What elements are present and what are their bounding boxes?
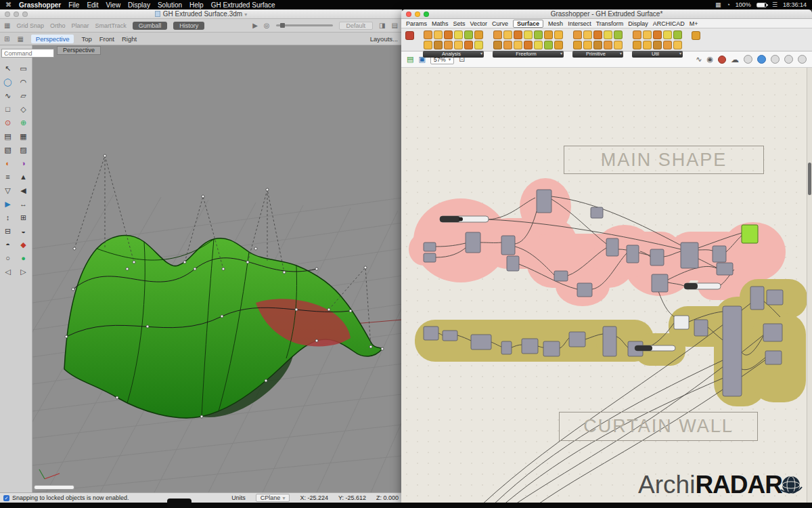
tab-params[interactable]: Params bbox=[406, 20, 427, 27]
horizontal-scrollbar[interactable] bbox=[34, 485, 74, 490]
component-icon[interactable] bbox=[474, 30, 483, 39]
toggle-planar[interactable]: Planar bbox=[72, 22, 89, 29]
display-mode-custom-button[interactable] bbox=[784, 55, 793, 64]
preview-eye-icon[interactable]: ◉ bbox=[706, 55, 713, 64]
tool-icon[interactable]: ◇ bbox=[16, 102, 31, 116]
component-icon[interactable] bbox=[524, 30, 533, 39]
zoom-button[interactable] bbox=[22, 12, 28, 17]
component-icon[interactable] bbox=[633, 30, 641, 39]
menu-file[interactable]: File bbox=[68, 1, 79, 9]
component-icon[interactable] bbox=[653, 41, 662, 49]
tool-icon[interactable]: ▱ bbox=[16, 89, 31, 102]
menu-solution[interactable]: Solution bbox=[158, 1, 182, 9]
component-icon[interactable] bbox=[454, 30, 463, 39]
display-mode-shaded-button[interactable] bbox=[757, 55, 766, 64]
component-icon[interactable] bbox=[673, 30, 682, 39]
wifi-icon[interactable]: ☰ bbox=[772, 1, 777, 8]
viewport-single-icon[interactable]: ▦ bbox=[17, 35, 23, 43]
tab-sets[interactable]: Sets bbox=[453, 20, 466, 27]
node-group-main-shape[interactable] bbox=[409, 178, 786, 306]
component-icon[interactable] bbox=[464, 41, 473, 49]
component-icon[interactable] bbox=[583, 30, 592, 39]
tab-curve[interactable]: Curve bbox=[492, 20, 508, 27]
tool-icon[interactable]: ▽ bbox=[0, 184, 16, 197]
tab-transform[interactable]: Transform bbox=[596, 20, 624, 27]
curtain-wall-group-label[interactable]: CURTAIN WALL bbox=[559, 412, 758, 441]
component-icon[interactable] bbox=[514, 30, 522, 39]
component-icon[interactable] bbox=[614, 41, 623, 49]
tool-icon[interactable]: ▷ bbox=[16, 265, 31, 278]
panels-icon[interactable]: ▦ bbox=[4, 22, 10, 29]
minimize-button[interactable] bbox=[14, 12, 19, 17]
play-icon[interactable]: ▶ bbox=[252, 22, 258, 29]
toggle-smarttrack[interactable]: SmartTrack bbox=[95, 22, 127, 29]
component-icon[interactable] bbox=[514, 41, 522, 49]
perspective-viewport[interactable]: Perspective bbox=[32, 45, 402, 492]
component-icon[interactable] bbox=[464, 30, 473, 39]
group-label-freeform[interactable]: Freeform bbox=[493, 51, 564, 58]
viewport-label[interactable]: Perspective bbox=[57, 46, 101, 55]
model-surface[interactable] bbox=[64, 236, 382, 419]
tab-vector[interactable]: Vector bbox=[470, 20, 488, 27]
component-icon[interactable] bbox=[583, 41, 592, 49]
component-icon[interactable] bbox=[434, 30, 443, 39]
tool-icon[interactable]: ▶ bbox=[0, 197, 16, 211]
component-icon[interactable] bbox=[573, 30, 582, 39]
component-icon[interactable] bbox=[503, 41, 512, 49]
component-icon[interactable] bbox=[573, 41, 582, 49]
gh-canvas[interactable]: MAIN SHAPE CURTAIN WALL ArchiRADAR bbox=[401, 68, 812, 505]
tool-icon[interactable]: ∿ bbox=[0, 89, 16, 102]
toggle-ortho[interactable]: Ortho bbox=[50, 22, 66, 29]
gumball-button[interactable]: Gumball bbox=[133, 22, 168, 30]
tool-icon[interactable]: ↕ bbox=[0, 211, 16, 224]
component-icon[interactable] bbox=[534, 30, 543, 39]
apple-menu-icon[interactable]: ⌘ bbox=[5, 1, 12, 8]
component-icon[interactable] bbox=[663, 41, 672, 49]
tool-icon[interactable]: □ bbox=[0, 102, 16, 116]
menu-display[interactable]: Display bbox=[128, 1, 150, 9]
vertical-scrollbar[interactable] bbox=[807, 68, 812, 505]
component-icon[interactable] bbox=[614, 30, 623, 39]
tool-icon[interactable]: ▭ bbox=[16, 62, 31, 75]
component-icon[interactable] bbox=[593, 30, 602, 39]
component-icon[interactable] bbox=[434, 41, 443, 49]
tab-intersect[interactable]: Intersect bbox=[568, 20, 591, 27]
tab-archicad[interactable]: ARCHICAD bbox=[653, 20, 685, 27]
tool-icon[interactable]: ◁ bbox=[0, 265, 16, 278]
tool-icon[interactable]: ▲ bbox=[16, 170, 31, 184]
component-icon[interactable] bbox=[604, 41, 612, 49]
component-icon[interactable] bbox=[454, 41, 463, 49]
component-icon[interactable] bbox=[444, 41, 453, 49]
layouts-button[interactable]: Layouts... bbox=[370, 35, 398, 43]
tab-front[interactable]: Front bbox=[99, 35, 114, 43]
component-icon[interactable] bbox=[493, 30, 502, 39]
command-input[interactable] bbox=[1, 49, 54, 58]
sketch-icon[interactable]: ∿ bbox=[696, 55, 702, 64]
slider-knob[interactable] bbox=[280, 23, 285, 28]
rhino-titlebar[interactable]: GH Extruded Surface.3dm bbox=[0, 9, 402, 19]
tool-icon[interactable]: ⊟ bbox=[0, 224, 16, 238]
display-status-icon[interactable]: ◔ bbox=[726, 1, 729, 8]
component-icon[interactable] bbox=[593, 41, 602, 49]
cplane-dropdown[interactable]: CPlane bbox=[256, 494, 290, 502]
component-icon[interactable] bbox=[643, 30, 652, 39]
tool-icon[interactable]: ● bbox=[16, 251, 31, 265]
tab-maths[interactable]: Maths bbox=[432, 20, 449, 27]
display-mode-extra-button[interactable] bbox=[798, 55, 807, 64]
display-mode-off-button[interactable] bbox=[744, 55, 752, 64]
tool-icon[interactable]: ◒ bbox=[16, 224, 31, 238]
component-icon[interactable] bbox=[534, 41, 543, 49]
component-icon[interactable] bbox=[663, 30, 672, 39]
component-icon[interactable] bbox=[424, 30, 432, 39]
tool-icon[interactable]: ◯ bbox=[0, 75, 16, 89]
clock[interactable]: 18:36:14 bbox=[783, 1, 807, 8]
layout-icon[interactable]: ◨ bbox=[379, 22, 385, 29]
timeline-slider[interactable] bbox=[276, 24, 333, 26]
component-icon[interactable] bbox=[692, 31, 700, 40]
tool-icon[interactable]: ◀ bbox=[16, 184, 31, 197]
tool-icon[interactable]: ▤ bbox=[0, 129, 16, 143]
gh-titlebar[interactable]: Grasshopper - GH Extruded Surface* bbox=[401, 9, 812, 19]
tab-more[interactable]: M+ bbox=[690, 20, 698, 27]
tool-icon[interactable]: ◐ bbox=[0, 156, 16, 170]
component-icon[interactable] bbox=[405, 31, 414, 40]
